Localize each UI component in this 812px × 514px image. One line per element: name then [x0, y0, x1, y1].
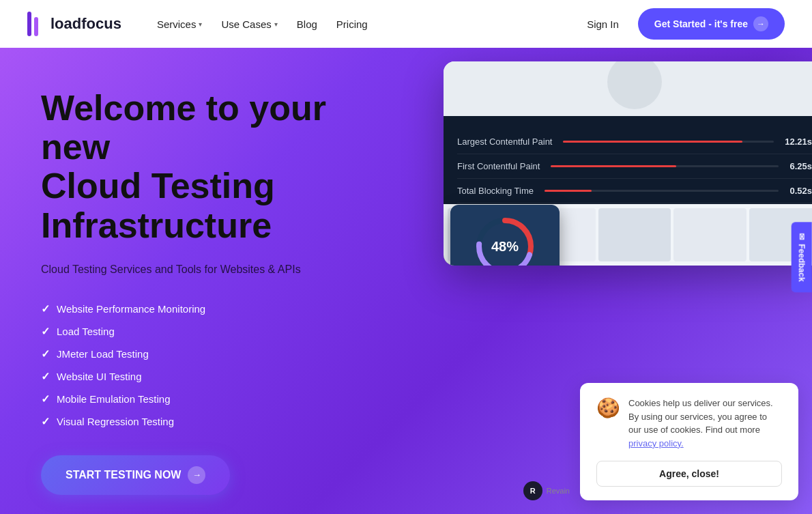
list-item: ✓ Website Performance Monitoring	[41, 302, 396, 315]
check-icon: ✓	[41, 302, 50, 315]
cookie-content: 🍪 Cookies help us deliver our services. …	[596, 397, 782, 450]
check-icon: ✓	[41, 347, 50, 360]
get-started-button[interactable]: Get Started - it's free →	[638, 8, 785, 40]
list-item: ✓ JMeter Load Testing	[41, 347, 396, 360]
hero-subtitle: Cloud Testing Services and Tools for Web…	[41, 261, 396, 278]
performance-card: 48% Performance	[450, 205, 560, 266]
screenshot-thumb	[598, 208, 671, 261]
screenshot-thumb	[673, 208, 746, 261]
nav-item-services[interactable]: Services ▾	[149, 13, 211, 35]
chevron-down-icon: ▾	[199, 20, 202, 28]
table-row: First Contentful Paint 6.25s	[457, 154, 812, 179]
arrow-right-icon: →	[753, 16, 768, 31]
chevron-down-icon: ▾	[274, 20, 278, 28]
nav-item-use-cases[interactable]: Use Cases ▾	[213, 13, 285, 35]
sign-in-button[interactable]: Sign In	[579, 13, 627, 35]
performance-percentage: 48%	[491, 239, 519, 255]
check-icon: ✓	[41, 415, 50, 428]
nav-item-pricing[interactable]: Pricing	[328, 13, 376, 35]
hero-title: Welcome to your new Cloud Testing Infras…	[41, 89, 396, 245]
logo-text: loadfocus	[50, 15, 121, 33]
cookie-icon: 🍪	[596, 397, 620, 419]
cookie-text: Cookies help us deliver our services. By…	[628, 397, 782, 450]
svg-rect-0	[27, 12, 31, 36]
table-row: Total Blocking Time 0.52s	[457, 179, 812, 203]
feedback-tab[interactable]: ✉ Feedback	[791, 222, 811, 292]
privacy-policy-link[interactable]: privacy policy.	[628, 438, 684, 448]
navbar: loadfocus Services ▾ Use Cases ▾ Blog Pr…	[0, 0, 812, 48]
check-icon: ✓	[41, 392, 50, 405]
cookie-agree-button[interactable]: Agree, close!	[596, 461, 782, 487]
feedback-icon: ✉	[796, 233, 806, 240]
svg-rect-1	[34, 17, 38, 36]
metric-bar	[563, 141, 774, 143]
check-icon: ✓	[41, 370, 50, 383]
logo[interactable]: loadfocus	[27, 12, 121, 36]
list-item: ✓ Visual Regression Testing	[41, 415, 396, 428]
arrow-right-icon: →	[188, 466, 205, 484]
metric-bar	[551, 165, 779, 167]
nav-links: Services ▾ Use Cases ▾ Blog Pricing	[149, 13, 579, 35]
list-item: ✓ Website UI Testing	[41, 370, 396, 383]
nav-item-blog[interactable]: Blog	[289, 13, 325, 35]
features-list: ✓ Website Performance Monitoring ✓ Load …	[41, 302, 396, 428]
table-row: Largest Contentful Paint 12.21s	[457, 130, 812, 154]
check-icon: ✓	[41, 325, 50, 338]
cookie-banner: 🍪 Cookies help us deliver our services. …	[580, 383, 798, 500]
metric-bar	[545, 190, 779, 192]
list-item: ✓ Load Testing	[41, 325, 396, 338]
logo-icon	[27, 12, 46, 36]
hero-dashboard-card: Largest Contentful Paint 12.21s First Co…	[444, 61, 812, 266]
nav-right: Sign In Get Started - it's free →	[579, 8, 785, 40]
revain-icon: R	[523, 481, 542, 500]
hero-content: Welcome to your new Cloud Testing Infras…	[41, 89, 396, 495]
list-item: ✓ Mobile Emulation Testing	[41, 392, 396, 405]
revain-badge[interactable]: R Revain	[523, 481, 570, 500]
performance-circle: 48%	[474, 216, 536, 266]
start-testing-button[interactable]: START TESTING NOW →	[41, 455, 230, 495]
